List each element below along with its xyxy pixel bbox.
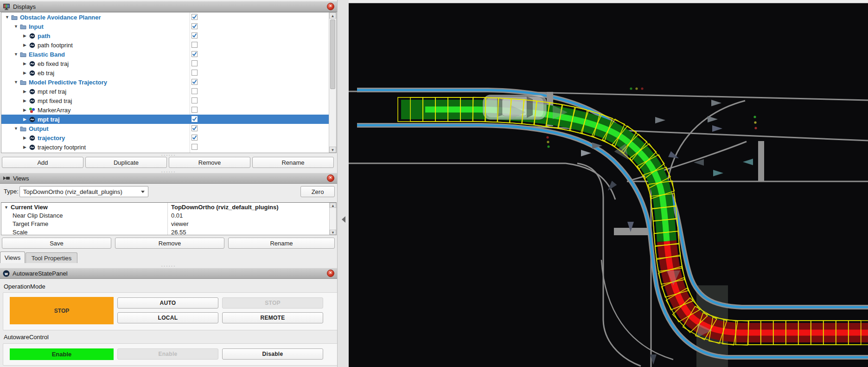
remote-button[interactable]: REMOTE — [222, 312, 323, 323]
render-viewport[interactable] — [349, 0, 868, 367]
chevron-right-icon[interactable]: ▶ — [22, 61, 28, 66]
chevron-down-icon[interactable]: ▼ — [13, 52, 19, 57]
view-type-combobox[interactable]: TopDownOrtho (rviz_default_plugins) — [19, 186, 148, 197]
autoware-display-icon — [28, 89, 36, 95]
visibility-checkbox[interactable] — [191, 32, 198, 40]
displays-tree-scrollbar[interactable]: ▲ ▼ — [329, 13, 336, 153]
scroll-down-icon[interactable]: ▼ — [329, 147, 336, 153]
displays-panel-header[interactable]: Displays ✕ — [0, 1, 337, 12]
property-row[interactable]: ▼ Current View TopDownOrtho (rviz_defaul… — [1, 203, 336, 211]
traffic-light-dot — [546, 136, 549, 138]
visibility-checkbox[interactable] — [191, 107, 198, 114]
property-row[interactable]: Scale 26.55 — [1, 228, 336, 235]
chevron-right-icon[interactable]: ▶ — [22, 71, 28, 75]
displays-tree-item-model-predictive-trajectory[interactable]: ▼Model Predictive Trajectory — [1, 77, 336, 87]
chevron-right-icon[interactable]: ▶ — [22, 135, 28, 140]
splitter-handle[interactable]: ······ — [0, 154, 337, 157]
chevron-right-icon[interactable]: ▶ — [22, 98, 28, 103]
displays-tree-item-output[interactable]: ▼Output — [1, 124, 336, 133]
chevron-right-icon[interactable]: ▶ — [22, 117, 28, 122]
chevron-down-icon[interactable]: ▼ — [13, 126, 19, 131]
enable-button: Enable — [117, 348, 218, 360]
scroll-down-icon[interactable]: ▼ — [330, 230, 336, 235]
autoware-close-icon[interactable]: ✕ — [327, 270, 334, 277]
properties-scrollbar[interactable]: ▲ ▼ — [329, 203, 336, 235]
visibility-checkbox[interactable] — [191, 60, 198, 68]
scroll-up-icon[interactable]: ▲ — [329, 13, 336, 19]
remove-view-button[interactable]: Remove — [115, 238, 224, 249]
splitter-handle[interactable]: ······ — [0, 264, 337, 268]
chevron-down-icon[interactable]: ▼ — [13, 80, 19, 84]
chevron-right-icon[interactable]: ▶ — [22, 145, 28, 149]
visibility-checkbox[interactable] — [191, 23, 198, 31]
property-key: Near Clip Distance — [1, 212, 167, 219]
rename-display-button[interactable]: Rename — [252, 157, 334, 168]
autoware-state-panel-header[interactable]: w AutowareStatePanel ✕ — [0, 268, 337, 279]
displays-tree-item-mpt-fixed-traj[interactable]: ▶mpt fixed traj — [1, 96, 336, 105]
add-button[interactable]: Add — [2, 157, 83, 168]
chevron-down-icon[interactable]: ▼ — [4, 15, 10, 19]
chevron-right-icon[interactable]: ▶ — [22, 108, 28, 112]
duplicate-button[interactable]: Duplicate — [85, 157, 167, 168]
visibility-checkbox[interactable] — [191, 79, 198, 86]
disable-button[interactable]: Disable — [222, 348, 323, 360]
tab-tool-properties[interactable]: Tool Properties — [26, 252, 77, 263]
displays-panel-title: Displays — [13, 3, 36, 10]
visibility-checkbox[interactable] — [191, 97, 198, 105]
current-view-properties[interactable]: ▼ Current View TopDownOrtho (rviz_defaul… — [1, 202, 337, 235]
collapse-left-icon[interactable] — [342, 216, 345, 223]
views-close-icon[interactable]: ✕ — [327, 174, 334, 182]
visibility-checkbox[interactable] — [191, 116, 198, 123]
property-row[interactable]: Target Frame viewer — [1, 219, 336, 228]
chevron-down-icon[interactable]: ▼ — [4, 205, 8, 210]
visibility-checkbox[interactable] — [191, 14, 198, 21]
save-view-button[interactable]: Save — [2, 238, 111, 249]
scroll-up-icon[interactable]: ▲ — [330, 203, 336, 208]
autoware-icon: w — [3, 270, 10, 277]
displays-tree[interactable]: ▼Obstacle Avoidance Planner▼Input▶path▶p… — [1, 12, 337, 153]
displays-tree-item-eb-traj[interactable]: ▶eb traj — [1, 68, 336, 77]
visibility-checkbox[interactable] — [191, 144, 198, 151]
chevron-right-icon[interactable]: ▶ — [22, 43, 28, 47]
displays-tree-item-mpt-traj[interactable]: ▶mpt traj — [1, 115, 336, 124]
dock-splitter[interactable] — [337, 0, 349, 367]
displays-tree-item-path[interactable]: ▶path — [1, 31, 336, 40]
displays-tree-item-input[interactable]: ▼Input — [1, 22, 336, 31]
displays-tree-item-markerarray[interactable]: ▶MarkerArray — [1, 105, 336, 115]
visibility-checkbox[interactable] — [191, 135, 198, 142]
display-item-label: Output — [27, 125, 49, 132]
visibility-checkbox[interactable] — [191, 70, 198, 77]
displays-tree-item-obstacle-avoidance-planner[interactable]: ▼Obstacle Avoidance Planner — [1, 13, 336, 22]
chevron-right-icon[interactable]: ▶ — [22, 89, 28, 94]
traffic-light-dot — [547, 145, 549, 148]
chevron-down-icon[interactable]: ▼ — [13, 24, 19, 29]
displays-tree-item-path-footprint[interactable]: ▶path footprint — [1, 40, 336, 50]
displays-close-icon[interactable]: ✕ — [327, 3, 334, 10]
views-panel-header[interactable]: Views ✕ — [0, 173, 337, 184]
visibility-checkbox[interactable] — [191, 125, 198, 133]
marker-array-icon — [28, 107, 36, 113]
viewport-background — [349, 0, 868, 367]
scrollbar-thumb[interactable] — [330, 19, 335, 89]
displays-tree-item-trajectory[interactable]: ▶trajectory — [1, 133, 336, 142]
chevron-right-icon[interactable]: ▶ — [22, 33, 28, 38]
autoware-display-icon — [28, 61, 36, 67]
displays-tree-item-trajectory-footprint[interactable]: ▶trajectory footprint — [1, 142, 336, 152]
autoware-display-icon — [28, 42, 36, 48]
displays-tree-item-eb-fixed-traj[interactable]: ▶eb fixed traj — [1, 59, 336, 68]
rename-view-button[interactable]: Rename — [228, 238, 335, 249]
visibility-checkbox[interactable] — [191, 88, 198, 96]
auto-button[interactable]: AUTO — [117, 297, 218, 309]
remove-display-button[interactable]: Remove — [169, 157, 250, 168]
visibility-checkbox[interactable] — [191, 42, 198, 49]
tab-views[interactable]: Views — [0, 251, 25, 263]
local-button[interactable]: LOCAL — [117, 312, 218, 323]
zero-button[interactable]: Zero — [300, 186, 335, 197]
visibility-checkbox[interactable] — [191, 51, 198, 58]
displays-tree-item-elastic-band[interactable]: ▼Elastic Band — [1, 50, 336, 59]
display-item-label: mpt traj — [36, 116, 60, 123]
display-item-label: trajectory footprint — [36, 144, 86, 151]
displays-tree-item-mpt-ref-traj[interactable]: ▶mpt ref traj — [1, 87, 336, 96]
traffic-light-dot — [635, 87, 638, 90]
property-row[interactable]: Near Clip Distance 0.01 — [1, 211, 336, 219]
